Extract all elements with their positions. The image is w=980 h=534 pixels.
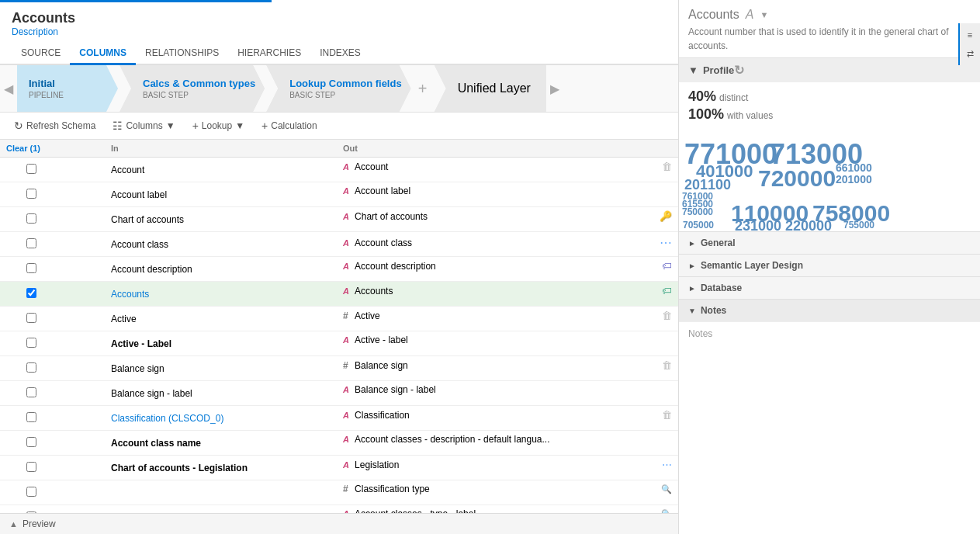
tab-source[interactable]: SOURCE xyxy=(12,43,70,65)
accordion-header-general[interactable]: ►General xyxy=(679,231,980,254)
row-checkbox[interactable] xyxy=(26,437,36,447)
row-in-cell: Account class xyxy=(105,232,337,257)
word-cloud-item[interactable]: 220000 xyxy=(785,218,832,231)
in-header: In xyxy=(105,140,337,158)
lookup-button[interactable]: + Lookup ▼ xyxy=(188,117,249,134)
type-icon: A xyxy=(343,335,352,345)
pipeline-step-unified[interactable]: Unified Layer xyxy=(435,65,546,112)
accordion-header-database[interactable]: ►Database xyxy=(679,276,980,299)
pipeline-step-initial[interactable]: Initial PIPELINE xyxy=(17,65,118,112)
accordion-header-semantic[interactable]: ►Semantic Layer Design xyxy=(679,254,980,276)
row-out-cell: AClassification🗑 xyxy=(337,406,678,424)
action-icon[interactable]: 🗑 xyxy=(662,359,672,371)
entity-description-right: Account number that is used to identify … xyxy=(688,25,971,53)
row-checkbox[interactable] xyxy=(26,213,36,224)
table-row: Chart of accountsAChart of accounts🔑 xyxy=(0,207,678,232)
type-icon: A xyxy=(343,385,352,394)
entity-description[interactable]: Description xyxy=(12,26,667,37)
row-in-cell: Active xyxy=(105,307,337,331)
accordion-chevron-icon: ► xyxy=(688,239,696,248)
row-checkbox[interactable] xyxy=(26,313,36,323)
type-icon: A xyxy=(343,411,352,420)
action-icon[interactable]: 🔍 xyxy=(661,484,672,494)
calculation-button[interactable]: + Calculation xyxy=(257,117,322,134)
profile-refresh-icon[interactable]: ↻ xyxy=(734,63,744,78)
word-cloud-item[interactable]: 661000 xyxy=(836,161,872,174)
row-checkbox[interactable] xyxy=(26,462,36,472)
row-in-cell xyxy=(105,505,337,514)
row-checkbox[interactable] xyxy=(26,238,36,248)
row-checkbox[interactable] xyxy=(26,263,36,273)
row-checkbox-cell xyxy=(0,431,62,456)
accordion-label: Semantic Layer Design xyxy=(701,260,803,271)
preview-bar[interactable]: ▲ Preview xyxy=(0,513,678,534)
columns-table-container: Clear (1) In Out AccountAAccount🗑Account… xyxy=(0,140,678,513)
out-column-name: Chart of accounts xyxy=(355,211,428,222)
action-icon[interactable]: ⋯ xyxy=(660,235,672,250)
panel-toggle-2[interactable]: ⇄ xyxy=(961,45,978,62)
row-checkbox-cell xyxy=(0,505,62,514)
row-index-cell xyxy=(62,307,105,331)
row-checkbox[interactable] xyxy=(26,164,36,174)
in-column-name: Balance sign xyxy=(111,363,164,374)
row-in-cell: Account class name xyxy=(105,431,337,456)
tab-columns[interactable]: COLUMNS xyxy=(70,43,136,65)
row-in-cell: Classification (CLSCOD_0) xyxy=(105,406,337,431)
in-column-name: Account class xyxy=(111,239,168,250)
word-cloud-item[interactable]: 755000 xyxy=(843,220,874,231)
pipeline-add-step[interactable]: + xyxy=(411,77,435,100)
word-cloud-item[interactable]: 750000 xyxy=(682,206,713,217)
columns-table: Clear (1) In Out AccountAAccount🗑Account… xyxy=(0,140,678,513)
font-dropdown-icon[interactable]: ▼ xyxy=(760,10,768,19)
scroll-right-arrow[interactable]: ▶ xyxy=(546,81,563,96)
action-icon[interactable]: 🔑 xyxy=(660,210,672,222)
in-column-name: Account xyxy=(111,165,144,175)
word-cloud-item[interactable]: 720000 xyxy=(758,165,836,192)
font-style-icon[interactable]: A xyxy=(746,8,754,22)
action-icon[interactable]: 🏷 xyxy=(662,285,672,296)
pipeline-step-lookup[interactable]: Lookup Common fields BASIC STEP xyxy=(266,65,410,112)
entity-header: Accounts Description xyxy=(0,2,678,39)
row-checkbox[interactable] xyxy=(26,412,36,422)
in-column-name[interactable]: Classification (CLSCOD_0) xyxy=(111,413,223,424)
accordion-chevron-icon: ▼ xyxy=(688,307,696,315)
row-checkbox[interactable] xyxy=(26,362,36,373)
tab-indexes[interactable]: INDEXES xyxy=(310,43,370,65)
profile-section-header[interactable]: ▼ Profile ↻ xyxy=(679,58,980,82)
row-checkbox[interactable] xyxy=(26,487,36,497)
row-checkbox[interactable] xyxy=(26,387,36,397)
action-icon[interactable]: 🏷 xyxy=(662,260,672,272)
action-icon[interactable]: 🗑 xyxy=(662,409,672,421)
accordion-header-notes[interactable]: ▼Notes xyxy=(679,299,980,321)
columns-button[interactable]: ☷ Columns ▼ xyxy=(108,117,179,134)
values-pct: 100% xyxy=(688,106,724,122)
row-out-cell: AAccount description🏷 xyxy=(337,257,678,275)
row-index-cell xyxy=(62,456,105,480)
word-cloud-item[interactable]: 231000 xyxy=(735,218,781,231)
left-panel: Accounts Description SOURCE COLUMNS RELA… xyxy=(0,0,679,534)
word-cloud-item[interactable]: 705000 xyxy=(683,220,714,231)
action-icon[interactable]: 🗑 xyxy=(662,161,672,172)
row-checkbox[interactable] xyxy=(26,288,36,298)
row-checkbox[interactable] xyxy=(26,189,36,199)
refresh-schema-button[interactable]: ↻ Refresh Schema xyxy=(9,117,100,134)
table-row: #Classification type🔍 xyxy=(0,480,678,505)
in-column-name[interactable]: Accounts xyxy=(111,289,149,300)
word-cloud-item[interactable]: 201000 xyxy=(836,173,872,186)
scroll-left-arrow[interactable]: ◀ xyxy=(0,81,17,96)
row-in-cell xyxy=(105,480,337,505)
tab-hierarchies[interactable]: HIERARCHIES xyxy=(228,43,310,65)
row-index-cell xyxy=(62,406,105,431)
action-icon[interactable]: ⋯ xyxy=(662,459,672,470)
action-icon[interactable]: 🗑 xyxy=(662,310,672,321)
panel-toggle-1[interactable]: ≡ xyxy=(961,26,978,43)
row-checkbox[interactable] xyxy=(26,338,36,348)
row-index-cell xyxy=(62,381,105,406)
type-icon: A xyxy=(343,238,352,248)
out-column-name: Balance sign xyxy=(355,360,408,371)
pipeline-steps: Initial PIPELINE Calcs & Common types BA… xyxy=(17,65,546,112)
row-in-cell: Account xyxy=(105,158,337,182)
tab-relationships[interactable]: RELATIONSHIPS xyxy=(136,43,228,65)
pipeline-step-calcs[interactable]: Calcs & Common types BASIC STEP xyxy=(119,65,265,112)
accordion-chevron-icon: ► xyxy=(688,284,696,293)
